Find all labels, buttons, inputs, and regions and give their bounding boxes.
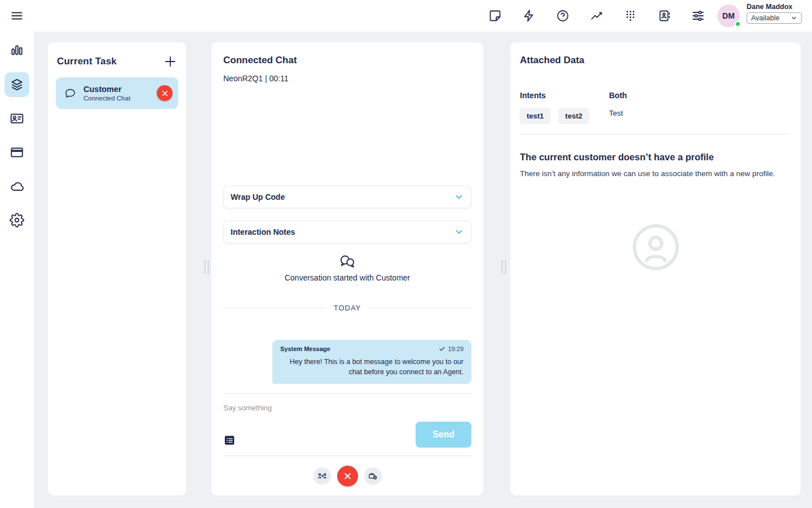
list-icon bbox=[223, 434, 236, 446]
intent-chip: test2 bbox=[558, 108, 589, 124]
sidebar-item-interactions[interactable] bbox=[5, 72, 29, 97]
chat-message-input[interactable] bbox=[223, 400, 471, 415]
chevron-down-icon bbox=[791, 15, 797, 21]
message-time: 19:29 bbox=[439, 345, 464, 352]
no-profile-title: The current customer doesn’t have a prof… bbox=[520, 152, 714, 163]
attached-data-title: Attached Data bbox=[520, 55, 584, 66]
conversation-start-text: Conversation started with Customer bbox=[285, 273, 411, 282]
main-content: Current Task Customer Connected Chat Con… bbox=[34, 32, 812, 508]
current-task-panel: Current Task Customer Connected Chat bbox=[48, 42, 186, 496]
conversation-start-banner: Conversation started with Customer bbox=[211, 254, 483, 282]
connected-chat-panel: Connected Chat NeonR2Q1 | 00:11 Wrap Up … bbox=[211, 42, 483, 496]
interaction-notes-dropdown[interactable]: Interaction Notes bbox=[223, 221, 471, 243]
intent-chip: test1 bbox=[520, 108, 550, 124]
zap-icon[interactable] bbox=[522, 9, 536, 23]
avatar-initials: DM bbox=[722, 11, 735, 20]
user-name: Dane Maddox bbox=[747, 3, 802, 11]
profile-placeholder bbox=[510, 223, 801, 271]
cloud-icon bbox=[10, 179, 24, 194]
transfer-icon bbox=[317, 471, 327, 481]
wrap-up-code-label: Wrap Up Code bbox=[231, 192, 285, 202]
status-dot bbox=[735, 21, 741, 27]
task-title: Customer bbox=[83, 85, 157, 94]
end-chat-button[interactable] bbox=[337, 466, 358, 487]
close-task-button[interactable] bbox=[157, 85, 173, 101]
panel-resize-handle[interactable] bbox=[204, 260, 209, 274]
recording-button[interactable] bbox=[364, 467, 382, 485]
intents-column: Intents test1 test2 bbox=[520, 91, 589, 124]
sliders-icon[interactable] bbox=[691, 9, 705, 23]
current-task-title: Current Task bbox=[57, 56, 117, 67]
send-button[interactable]: Send bbox=[416, 422, 471, 448]
task-item-customer[interactable]: Customer Connected Chat bbox=[56, 77, 178, 109]
interaction-notes-label: Interaction Notes bbox=[231, 227, 295, 237]
contact-book-icon[interactable] bbox=[657, 9, 671, 23]
chat-bubble-icon bbox=[64, 87, 77, 100]
window-icon bbox=[10, 145, 24, 160]
top-bar: DM Dane Maddox Available bbox=[0, 0, 812, 32]
sidebar-item-settings[interactable] bbox=[5, 208, 29, 233]
system-message-bubble: System Message 19:29 Hey there! This is … bbox=[272, 340, 471, 384]
chevron-down-icon bbox=[454, 192, 464, 202]
avatar[interactable]: DM bbox=[717, 5, 740, 27]
topbar-icon-row bbox=[488, 0, 705, 32]
attached-data-panel: Attached Data Intents test1 test2 Both T… bbox=[510, 42, 801, 496]
id-card-icon bbox=[10, 111, 24, 126]
sidebar-item-reports[interactable] bbox=[5, 38, 29, 63]
sidebar-item-directory[interactable] bbox=[5, 106, 29, 131]
close-icon bbox=[161, 90, 169, 97]
add-task-button[interactable] bbox=[164, 55, 177, 68]
left-navigation-rail bbox=[0, 32, 34, 508]
no-profile-text: There isn’t any information we can use t… bbox=[520, 168, 788, 180]
check-icon bbox=[439, 345, 445, 352]
line-chart-icon[interactable] bbox=[590, 9, 603, 23]
recording-icon bbox=[368, 471, 378, 481]
dialpad-icon[interactable] bbox=[624, 9, 637, 23]
user-box: DM Dane Maddox Available bbox=[717, 3, 802, 27]
day-divider: TODAY bbox=[223, 304, 471, 312]
chat-bubbles-icon bbox=[339, 254, 356, 270]
chat-session-info: NeonR2Q1 | 00:11 bbox=[223, 74, 288, 83]
both-value: Test bbox=[609, 109, 627, 117]
transfer-button[interactable] bbox=[314, 467, 331, 485]
intents-label: Intents bbox=[520, 91, 589, 100]
task-subtitle: Connected Chat bbox=[83, 95, 157, 102]
chat-action-bar bbox=[211, 466, 483, 487]
panel-resize-handle[interactable] bbox=[501, 260, 506, 274]
note-icon[interactable] bbox=[488, 9, 502, 23]
message-sender: System Message bbox=[280, 345, 330, 352]
sidebar-item-apps[interactable] bbox=[5, 140, 29, 165]
chat-panel-title: Connected Chat bbox=[223, 55, 297, 66]
gear-icon bbox=[10, 213, 24, 227]
help-icon[interactable] bbox=[556, 9, 570, 23]
user-circle-icon bbox=[632, 223, 680, 271]
both-label: Both bbox=[609, 91, 627, 100]
day-divider-label: TODAY bbox=[334, 304, 361, 312]
hamburger-menu-icon[interactable] bbox=[10, 9, 24, 23]
divider bbox=[223, 393, 471, 394]
bar-chart-icon bbox=[10, 43, 24, 58]
status-select[interactable]: Available bbox=[747, 12, 802, 24]
layers-icon bbox=[10, 77, 24, 92]
sidebar-item-cloud[interactable] bbox=[5, 174, 29, 199]
both-column: Both Test bbox=[609, 91, 627, 117]
wrap-up-code-dropdown[interactable]: Wrap Up Code bbox=[223, 186, 471, 208]
message-text: Hey there! This is a bot message to welc… bbox=[280, 357, 464, 377]
close-icon bbox=[343, 472, 352, 480]
canned-replies-button[interactable] bbox=[223, 434, 236, 446]
status-select-value: Available bbox=[751, 14, 780, 22]
chevron-down-icon bbox=[454, 227, 464, 237]
divider bbox=[520, 134, 789, 134]
divider bbox=[223, 456, 471, 456]
